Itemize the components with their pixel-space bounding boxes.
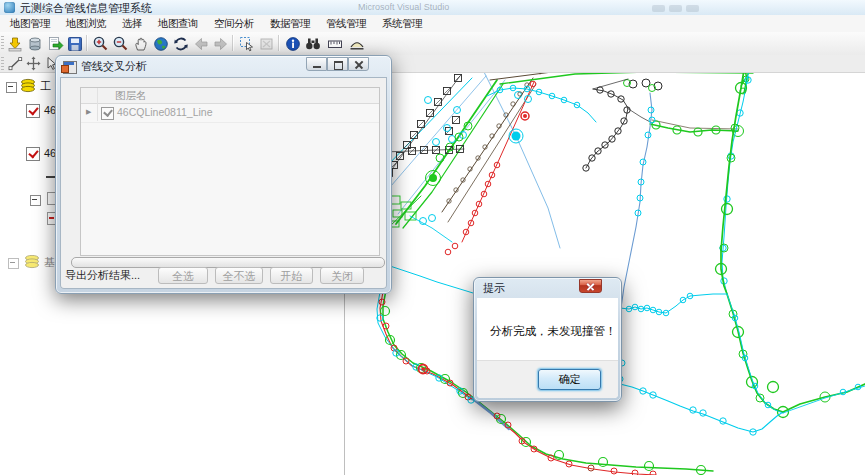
export-status-label: 导出分析结果... (65, 268, 140, 283)
dialog-form-icon (63, 61, 77, 74)
pan-hand-icon[interactable] (132, 35, 150, 53)
layer-checkbox[interactable] (26, 147, 40, 161)
messagebox-message: 分析完成，未发现撞管！ (490, 324, 617, 339)
ghost-close-icon (686, 5, 699, 12)
prompt-messagebox: 提示 分析完成，未发现撞管！ 确定 (473, 277, 622, 402)
window-title: 元测综合管线信息管理系统 (20, 1, 152, 16)
zoom-out-icon[interactable] (112, 35, 130, 53)
main-toolbar (0, 32, 865, 56)
grid-header-layer-name: 图层名 (115, 89, 147, 103)
close-button[interactable]: 关闭 (320, 267, 364, 284)
menu-map-browse[interactable]: 地图浏览 (58, 17, 114, 31)
app-window: 元测综合管线信息管理系统 Microsoft Visual Studio 地图管… (0, 0, 865, 475)
tree-collapse-icon[interactable] (30, 195, 41, 206)
background-window-ghost-title: Microsoft Visual Studio (358, 2, 449, 12)
save-icon[interactable] (66, 35, 84, 53)
deselect-all-button[interactable]: 全不选 (215, 267, 263, 284)
database-icon[interactable] (26, 35, 44, 53)
messagebox-client-area: 分析完成，未发现撞管！ 确定 (477, 298, 618, 398)
tree-item-project-layers[interactable]: 工 (40, 79, 51, 94)
start-button[interactable]: 开始 (270, 267, 313, 284)
ghost-minimize-icon (652, 5, 665, 12)
dialog-title: 管线交叉分析 (81, 59, 147, 74)
layer-group-icon (20, 78, 36, 93)
zoom-in-icon[interactable] (92, 35, 110, 53)
pipeline-cross-analysis-dialog: 管线交叉分析 图层名 ▶ 46CQLine0811_Line 导出分析结果...… (55, 55, 392, 294)
row-layer-name: 46CQLine0811_Line (117, 106, 213, 118)
tree-item-base-map[interactable]: 基 (44, 255, 55, 270)
row-expand-icon[interactable]: ▶ (86, 108, 91, 116)
messagebox-footer: 确定 (477, 360, 618, 398)
dialog-minimize-button[interactable] (306, 57, 327, 71)
clear-selection-icon[interactable] (258, 35, 276, 53)
dialog-maximize-button[interactable] (327, 57, 348, 71)
back-arrow-icon[interactable] (192, 35, 210, 53)
load-data-icon[interactable] (6, 35, 24, 53)
menu-bar: 地图管理 地图浏览 选择 地图查询 空间分析 数据管理 管线管理 系统管理 (0, 15, 865, 32)
toolbar-grip (1, 36, 4, 51)
toolbar-separator (278, 35, 280, 51)
messagebox-close-button[interactable] (579, 279, 602, 293)
map-canvas[interactable] (345, 55, 865, 475)
layer-group-icon (24, 254, 40, 269)
layer-grid[interactable]: 图层名 ▶ 46CQLine0811_Line (80, 87, 380, 256)
select-all-button[interactable]: 全选 (158, 267, 208, 284)
layer-checkbox[interactable] (26, 104, 40, 118)
messagebox-title: 提示 (483, 281, 505, 296)
menu-spatial-analysis[interactable]: 空间分析 (206, 17, 262, 31)
row-checkbox[interactable] (101, 107, 114, 120)
app-icon (4, 2, 15, 13)
measure-icon[interactable] (326, 35, 344, 53)
menu-map-management[interactable]: 地图管理 (2, 17, 58, 31)
dialog-client-area: 图层名 ▶ 46CQLine0811_Line 导出分析结果... 全选 全不选… (60, 77, 387, 289)
grid-row[interactable]: ▶ 46CQLine0811_Line (81, 104, 379, 123)
menu-pipeline-management[interactable]: 管线管理 (318, 17, 374, 31)
menu-system-management[interactable]: 系统管理 (374, 17, 430, 31)
move-tool-icon[interactable] (26, 56, 41, 75)
overlay-layers-icon[interactable] (348, 35, 366, 53)
toolstrip-grip (1, 57, 4, 70)
draw-line-tool-icon[interactable] (8, 56, 23, 75)
title-bar: 元测综合管线信息管理系统 Microsoft Visual Studio (0, 0, 865, 16)
forward-arrow-icon[interactable] (212, 35, 230, 53)
menu-select[interactable]: 选择 (114, 17, 150, 31)
dialog-close-button[interactable] (348, 57, 369, 71)
map-top-strip (345, 55, 865, 73)
tree-collapse-icon[interactable] (6, 82, 17, 93)
grid-header-row: 图层名 (81, 88, 379, 104)
menu-data-management[interactable]: 数据管理 (262, 17, 318, 31)
menu-map-query[interactable]: 地图查询 (150, 17, 206, 31)
ghost-maximize-icon (669, 5, 682, 12)
export-data-icon[interactable] (46, 35, 64, 53)
toolbar-separator (232, 35, 234, 51)
find-binoculars-icon[interactable] (304, 35, 322, 53)
tree-collapse-icon[interactable] (8, 258, 19, 269)
select-features-icon[interactable] (238, 35, 256, 53)
identify-info-icon[interactable] (284, 35, 302, 53)
full-extent-globe-icon[interactable] (152, 35, 170, 53)
ok-button[interactable]: 确定 (538, 369, 601, 390)
toolbar-separator (86, 35, 88, 51)
refresh-icon[interactable] (172, 35, 190, 53)
